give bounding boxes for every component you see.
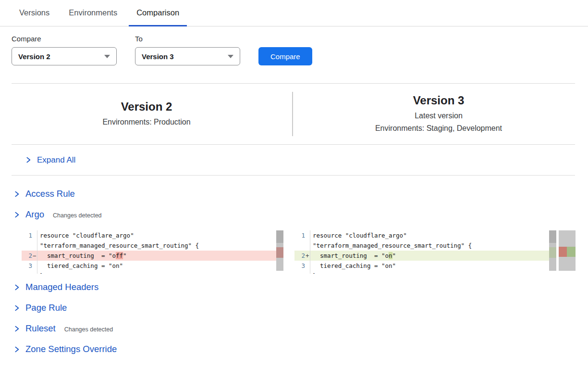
code-text: }	[310, 271, 556, 274]
compare-version-select[interactable]: Version 2	[12, 47, 117, 65]
code-text: smart_routing = "on"	[310, 251, 556, 261]
line-number	[294, 240, 305, 251]
section-managed-headers[interactable]: Managed Headers	[0, 282, 588, 293]
minimap-added-marker	[567, 247, 576, 257]
code-text: resource "cloudflare_argo"	[37, 230, 283, 240]
left-scrollbar[interactable]	[276, 230, 283, 271]
chevron-right-icon	[13, 191, 20, 197]
scrollbar-thumb[interactable]	[276, 230, 283, 243]
line-number: 3	[22, 261, 32, 271]
version-left-title: Version 2	[121, 100, 172, 114]
diff-panel-left[interactable]: 1resource "cloudflare_argo""terraform_ma…	[22, 230, 283, 274]
diff-line: 2+ smart_routing = "on"	[294, 251, 556, 261]
code-text: resource "cloudflare_argo"	[310, 230, 556, 240]
diff-overview-minimap[interactable]	[559, 230, 576, 271]
minimap-removed-marker	[559, 247, 567, 257]
diff-sign	[32, 271, 37, 274]
chevron-right-icon	[13, 212, 20, 218]
section-label: Page Rule	[25, 303, 67, 313]
diff-sign	[32, 240, 37, 251]
compare-field: Compare Version 2	[12, 35, 117, 65]
section-label: Managed Headers	[25, 282, 98, 292]
chevron-right-icon	[13, 305, 20, 311]
caret-down-icon	[228, 55, 233, 58]
tab-environments[interactable]: Environments	[61, 0, 125, 26]
diff-sign	[305, 261, 310, 271]
diff-line: 2− smart_routing = "off"	[22, 251, 283, 261]
argo-diff: 1resource "cloudflare_argo""terraform_ma…	[0, 230, 588, 274]
diff-line: 1resource "cloudflare_argo"	[22, 230, 283, 240]
section-label: Zone Settings Override	[25, 344, 117, 354]
section-ruleset[interactable]: Ruleset Changes detected	[0, 323, 588, 334]
header-spacer	[270, 84, 315, 144]
changes-detected-badge: Changes detected	[64, 326, 113, 333]
expand-all-button[interactable]: Expand All	[12, 145, 575, 176]
code-text: smart_routing = "off"	[37, 251, 283, 261]
line-number: 1	[22, 230, 32, 240]
expand-all-label: Expand All	[37, 155, 75, 165]
added-line-marker	[549, 247, 556, 258]
version-left-header: Version 2 Environments: Production	[23, 84, 270, 144]
right-scrollbar[interactable]	[549, 230, 556, 271]
code-text: tiered_caching = "on"	[310, 261, 556, 271]
compare-version-value: Version 2	[18, 52, 50, 61]
diff-line: "terraform_managed_resource_smart_routin…	[22, 240, 283, 251]
line-number: 3	[294, 261, 305, 271]
diff-sign	[305, 230, 310, 240]
diff-sign: +	[305, 251, 310, 261]
diff-line: 4}	[294, 271, 556, 274]
section-access-rule[interactable]: Access Rule	[0, 189, 588, 200]
version-headers: Version 2 Environments: Production Versi…	[12, 84, 575, 145]
chevron-right-icon	[13, 284, 20, 291]
chevron-right-icon	[13, 346, 20, 353]
diff-line: 4}	[22, 271, 283, 274]
diff-panel-right[interactable]: 1resource "cloudflare_argo""terraform_ma…	[294, 230, 556, 274]
to-version-value: Version 3	[142, 52, 174, 61]
section-argo[interactable]: Argo Changes detected	[0, 209, 588, 220]
removed-line-marker	[276, 247, 283, 258]
diff-line: 3 tiered_caching = "on"	[294, 261, 556, 271]
chevron-right-icon	[13, 326, 20, 332]
version-right-environments: Environments: Staging, Development	[375, 122, 502, 135]
section-label: Ruleset	[25, 323, 56, 334]
to-version-select[interactable]: Version 3	[135, 47, 240, 65]
line-number: 4	[22, 271, 32, 274]
section-zone-settings-override[interactable]: Zone Settings Override	[0, 344, 588, 355]
tab-comparison[interactable]: Comparison	[129, 0, 187, 26]
diff-sign	[305, 271, 310, 274]
section-page-rule[interactable]: Page Rule	[0, 303, 588, 314]
diff-line: 1resource "cloudflare_argo"	[294, 230, 556, 240]
tab-bar: VersionsEnvironmentsComparison	[0, 0, 588, 26]
compare-controls: Compare Version 2 To Version 3 Compare	[12, 35, 576, 65]
line-number: 2	[294, 251, 305, 261]
scrollbar-thumb[interactable]	[549, 230, 556, 243]
to-label: To	[135, 35, 240, 43]
compare-button[interactable]: Compare	[258, 47, 312, 65]
section-label: Access Rule	[25, 189, 75, 199]
diff-sign	[32, 261, 37, 271]
diff-sign	[305, 240, 310, 251]
compare-label: Compare	[12, 35, 117, 43]
line-number: 4	[294, 271, 305, 274]
diff-sign: −	[32, 251, 37, 261]
code-text: tiered_caching = "on"	[37, 261, 283, 271]
version-right-subtitle: Latest version	[415, 110, 463, 122]
version-right-header: Version 3 Latest version Environments: S…	[315, 84, 562, 144]
chevron-right-icon	[25, 157, 31, 163]
caret-down-icon	[104, 55, 110, 58]
line-number	[22, 240, 32, 251]
diff-line: "terraform_managed_resource_smart_routin…	[294, 240, 556, 251]
code-text: "terraform_managed_resource_smart_routin…	[37, 240, 283, 251]
to-field: To Version 3	[135, 35, 240, 65]
version-right-title: Version 3	[413, 93, 465, 108]
tab-versions[interactable]: Versions	[12, 0, 57, 26]
code-text: "terraform_managed_resource_smart_routin…	[310, 240, 556, 251]
changes-detected-badge: Changes detected	[53, 212, 101, 219]
line-number: 2	[22, 251, 32, 261]
section-label: Argo	[25, 209, 44, 220]
line-number: 1	[294, 230, 305, 240]
vertical-divider	[292, 92, 293, 136]
diff-line: 3 tiered_caching = "on"	[22, 261, 283, 271]
diff-sign	[32, 230, 37, 240]
code-text: }	[37, 271, 283, 274]
